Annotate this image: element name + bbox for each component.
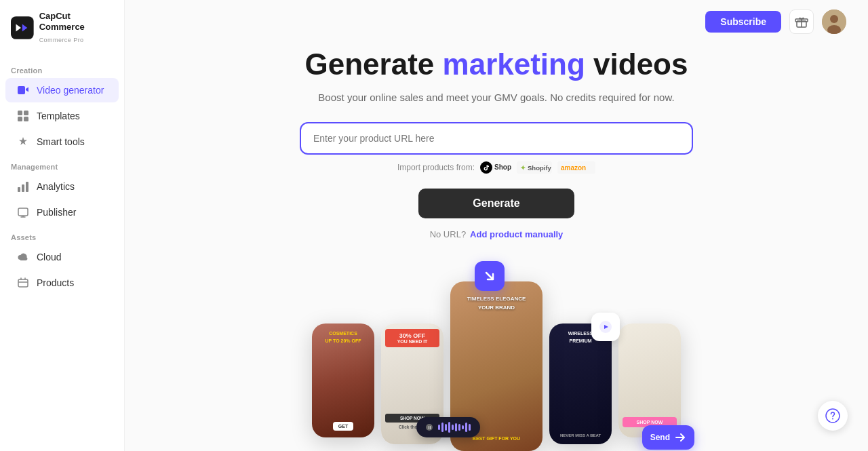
video-icon	[16, 83, 30, 97]
sidebar-item-publisher[interactable]: Publisher	[5, 200, 119, 224]
preview-area: COSMETICSUP TO 20% OFF GET 30% OFF YOU N…	[273, 261, 720, 451]
hero-subtitle: Boost your online sales and meet your GM…	[318, 92, 674, 103]
phone-model-container: Send SHOP NOW	[618, 323, 681, 437]
tiktok-icon	[480, 161, 492, 174]
sidebar-item-smart-tools[interactable]: Smart tools	[5, 130, 119, 154]
phone-fashion-text: TIMELESS ELEGANCEYour Brand	[457, 295, 536, 313]
app-logo: CapCut Commerce Commerce Pro	[0, 11, 124, 58]
products-icon	[16, 276, 30, 290]
sidebar-section-creation: Creation	[0, 58, 124, 77]
headphones-sub: NEVER MISS A BEAT	[553, 433, 608, 437]
svg-rect-10	[18, 279, 28, 287]
amazon-logo: amazon	[557, 161, 595, 174]
arrow-badge	[475, 261, 505, 291]
header: Subscribe	[125, 0, 868, 43]
svg-rect-1	[18, 86, 25, 94]
send-badge: Send	[642, 425, 694, 450]
sidebar-section-assets: Assets	[0, 225, 124, 244]
sidebar-item-label: Products	[37, 277, 74, 288]
hero-section: Generate marketing videos Boost your onl…	[125, 47, 868, 239]
subscribe-button[interactable]: Subscribe	[705, 11, 781, 33]
sidebar-item-video-generator[interactable]: Video generator	[5, 78, 119, 102]
svg-text:amazon: amazon	[561, 164, 586, 172]
waveform-bars	[438, 422, 471, 433]
smart-tools-icon	[16, 135, 30, 149]
app-name: CapCut Commerce Commerce Pro	[39, 11, 113, 45]
sidebar-section-management: Management	[0, 155, 124, 174]
hero-title: Generate marketing videos	[305, 47, 688, 82]
svg-rect-4	[18, 117, 22, 121]
shopify-logo: ✦ Shopify	[517, 161, 552, 174]
svg-point-14	[830, 15, 838, 23]
url-input-wrapper	[300, 122, 693, 155]
no-url-label: No URL?	[430, 229, 466, 239]
analytics-icon	[16, 180, 30, 193]
sidebar-item-label: Cloud	[37, 252, 62, 262]
arrow-down-right-icon	[483, 269, 496, 283]
gift-button[interactable]	[789, 9, 814, 34]
phone-headphones-container: WIRELESSPREMIUM NEVER MISS A BEAT	[549, 323, 612, 444]
avatar-image	[822, 9, 846, 34]
svg-rect-3	[24, 111, 28, 115]
sidebar: CapCut Commerce Commerce Pro Creation Vi…	[0, 0, 125, 451]
phone-cta: GET	[312, 418, 374, 431]
send-label: Send	[650, 433, 670, 442]
capcut-logo-icon	[11, 16, 34, 40]
waveform-badge: ⏸	[416, 417, 480, 437]
help-icon	[825, 408, 840, 423]
sidebar-item-label: Video generator	[37, 85, 104, 96]
play-icon	[599, 320, 612, 334]
svg-rect-7	[22, 184, 24, 192]
main-content: Subscribe Generate marketing videos Boos…	[125, 0, 868, 451]
sale-badge: 30% OFF YOU NEED IT	[385, 329, 439, 347]
templates-icon	[16, 109, 30, 123]
svg-point-24	[832, 418, 833, 420]
import-label: Import products from:	[397, 163, 475, 172]
sidebar-item-label: Templates	[37, 111, 80, 121]
tiktok-shop-logo: Shop	[480, 161, 511, 174]
send-icon	[674, 431, 686, 444]
help-button[interactable]	[818, 401, 848, 431]
publisher-icon	[16, 205, 30, 219]
sidebar-item-templates[interactable]: Templates	[5, 104, 119, 128]
sidebar-item-analytics[interactable]: Analytics	[5, 174, 119, 199]
phone-headphones: WIRELESSPREMIUM NEVER MISS A BEAT	[549, 323, 612, 444]
phone-fashion-container: ⏸ TIMELESS ELEGANCEYour Brand BEST GIFT …	[450, 281, 542, 451]
phone-overlay-text: COSMETICSUP TO 20% OFF	[316, 330, 370, 345]
cloud-icon	[16, 250, 30, 264]
svg-text:Shopify: Shopify	[528, 164, 552, 172]
import-row: Import products from: Shop ✦ Shopify	[397, 161, 595, 174]
platform-logos: Shop ✦ Shopify amazon	[480, 161, 595, 174]
url-input[interactable]	[313, 133, 679, 144]
add-product-link[interactable]: Add product manually	[470, 229, 563, 239]
phone-cosmetics: COSMETICSUP TO 20% OFF GET	[312, 323, 374, 437]
play-badge	[591, 313, 620, 341]
sidebar-item-label: Smart tools	[37, 136, 85, 147]
phone-model: SHOP NOW	[618, 323, 681, 437]
svg-rect-8	[26, 182, 28, 192]
sidebar-item-products[interactable]: Products	[5, 271, 119, 295]
user-avatar[interactable]	[822, 9, 846, 34]
no-url-row: No URL? Add product manually	[430, 229, 564, 239]
svg-text:✦: ✦	[520, 164, 526, 172]
svg-point-16	[480, 161, 492, 174]
sidebar-item-cloud[interactable]: Cloud	[5, 245, 119, 269]
generate-button[interactable]: Generate	[418, 189, 574, 218]
sidebar-item-label: Analytics	[37, 181, 75, 192]
svg-rect-6	[18, 187, 20, 192]
gift-icon	[795, 15, 808, 28]
svg-rect-2	[18, 111, 22, 115]
svg-rect-9	[18, 208, 28, 216]
sidebar-item-label: Publisher	[37, 207, 76, 218]
svg-rect-5	[24, 117, 28, 121]
